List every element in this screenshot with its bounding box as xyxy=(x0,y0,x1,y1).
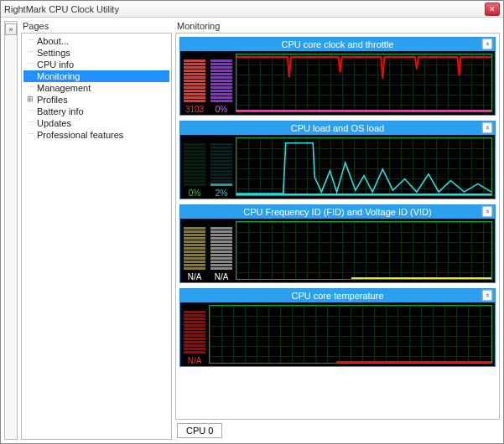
panel-title: CPU Frequency ID (FID) and Voltage ID (V… xyxy=(243,207,431,217)
graph-baseline xyxy=(236,194,491,195)
gauge-bars xyxy=(210,54,232,104)
gauge: N/A xyxy=(184,306,205,366)
graph xyxy=(236,221,492,280)
panel-header: CPU Frequency ID (FID) and Voltage ID (V… xyxy=(180,205,495,219)
window-title: RightMark CPU Clock Utility xyxy=(4,4,485,14)
sidebar-item-profiles[interactable]: Profiles xyxy=(23,94,169,106)
gauge-value: 0% xyxy=(210,104,232,115)
nav-tree[interactable]: About...SettingsCPU infoMonitoringManage… xyxy=(21,33,172,440)
gauge: 2% xyxy=(210,138,232,199)
gauge-bars xyxy=(184,222,205,271)
gauge-value: N/A xyxy=(210,271,232,282)
gauge-group: N/A xyxy=(180,302,209,366)
sidebar-item-battery-info[interactable]: Battery info xyxy=(23,106,169,117)
panel-collapse-button[interactable]: « xyxy=(482,39,493,50)
panel-collapse-button[interactable]: « xyxy=(482,122,493,134)
gauge-bars xyxy=(184,54,205,104)
panel-title: CPU load and OS load xyxy=(291,123,384,133)
panel-header: CPU load and OS load« xyxy=(180,121,495,135)
sidebar-item-cpu-info[interactable]: CPU info xyxy=(23,59,169,70)
graph-baseline xyxy=(351,277,491,279)
cpu-tabstrip: CPU 0 xyxy=(175,421,500,440)
gauge-value: N/A xyxy=(184,271,205,282)
gauge-bars xyxy=(210,222,232,271)
gauge-group: 0%2% xyxy=(180,135,236,199)
sidebar-heading: Pages xyxy=(21,21,172,33)
panel-collapse-button[interactable]: « xyxy=(482,290,493,302)
gauge-value: N/A xyxy=(184,355,205,366)
monitor-panel: CPU load and OS load«0%2% xyxy=(179,121,496,199)
graph-baseline xyxy=(236,110,491,111)
sidebar-item-updates[interactable]: Updates xyxy=(23,117,169,129)
gauge-value: 0% xyxy=(184,188,205,199)
monitor-area: CPU core clock and throttle«31030% CPU l… xyxy=(175,33,500,420)
cpu-tab[interactable]: CPU 0 xyxy=(177,423,222,438)
sidebar-item-settings[interactable]: Settings xyxy=(23,47,169,59)
graph xyxy=(236,137,492,196)
sidebar-item-professional-features[interactable]: Professional features xyxy=(23,129,169,141)
close-button[interactable]: ✕ xyxy=(485,3,500,16)
sidebar: Pages About...SettingsCPU infoMonitoring… xyxy=(21,21,172,440)
panel-title: CPU core clock and throttle xyxy=(282,39,394,49)
panel-body: N/AN/A xyxy=(180,219,495,282)
panel-header: CPU core temperature« xyxy=(180,289,495,302)
gauge-bars xyxy=(210,138,232,188)
gauge-bars xyxy=(184,138,205,188)
gauge-value: 3103 xyxy=(184,104,205,115)
graph xyxy=(236,54,492,112)
gauge-group: N/AN/A xyxy=(180,219,236,282)
gauge: N/A xyxy=(184,222,205,282)
monitor-panel: CPU core clock and throttle«31030% xyxy=(179,37,496,116)
gauge: 3103 xyxy=(184,54,205,115)
sidebar-item-monitoring[interactable]: Monitoring xyxy=(23,70,169,82)
sidebar-item-about[interactable]: About... xyxy=(23,35,169,47)
gauge: 0% xyxy=(184,138,205,199)
graph xyxy=(209,305,492,364)
gauge-bars xyxy=(184,306,205,355)
main-heading: Monitoring xyxy=(175,21,500,33)
panel-collapse-button[interactable]: « xyxy=(482,206,493,218)
panel-header: CPU core clock and throttle« xyxy=(180,38,495,51)
sidebar-collapse-button[interactable]: » xyxy=(5,23,17,35)
monitor-panel: CPU core temperature«N/A xyxy=(179,288,496,367)
panel-body: N/A xyxy=(180,302,495,366)
monitor-panel: CPU Frequency ID (FID) and Voltage ID (V… xyxy=(179,204,496,283)
titlebar: RightMark CPU Clock Utility ✕ xyxy=(1,1,503,18)
gauge-group: 31030% xyxy=(180,51,236,115)
gauge: N/A xyxy=(210,222,232,282)
graph-baseline xyxy=(336,361,491,363)
gauge: 0% xyxy=(210,54,232,115)
main-pane: Monitoring CPU core clock and throttle«3… xyxy=(175,21,500,440)
gauge-value: 2% xyxy=(210,188,232,199)
sidebar-collapse-strip: » xyxy=(4,21,18,440)
panel-body: 0%2% xyxy=(180,135,495,199)
sidebar-item-management[interactable]: Management xyxy=(23,82,169,94)
panel-body: 31030% xyxy=(180,51,495,115)
panel-title: CPU core temperature xyxy=(291,291,383,301)
